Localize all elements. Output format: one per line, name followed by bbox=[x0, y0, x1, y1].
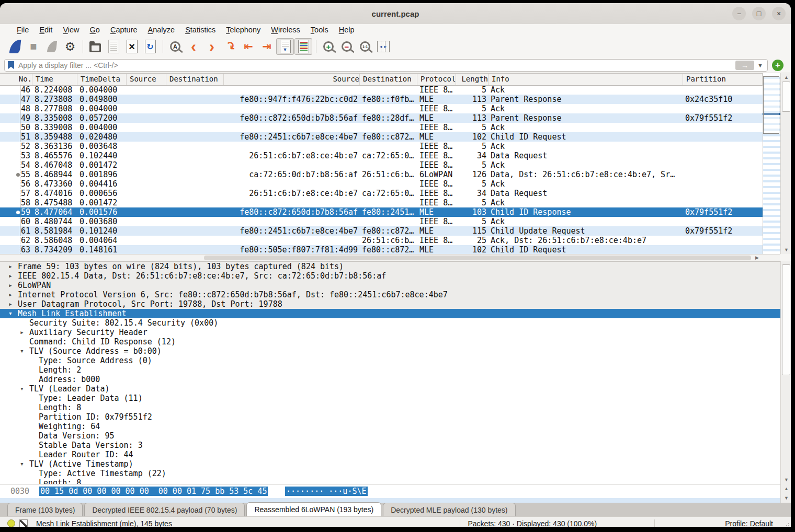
filter-bookmark-icon[interactable] bbox=[8, 61, 14, 70]
collapse-icon[interactable]: ▾ bbox=[20, 459, 24, 469]
packet-list-header[interactable]: No.TimeTimeDeltaSourceDestinationSourceD… bbox=[0, 74, 763, 86]
detail-row[interactable]: Security Suite: 802.15.4 Security (0x00) bbox=[0, 318, 780, 328]
detail-row[interactable]: ▸6LoWPAN bbox=[0, 281, 780, 290]
capture-comment-icon[interactable] bbox=[19, 519, 28, 527]
zoom-out-icon[interactable] bbox=[338, 38, 356, 55]
zoom-in-icon[interactable] bbox=[320, 38, 337, 55]
scroll-up-icon[interactable]: ▲ bbox=[781, 75, 791, 80]
packet-row-56[interactable]: 568.4733600.004416IEEE 8…5Ack bbox=[0, 179, 763, 189]
collapse-icon[interactable]: ▾ bbox=[8, 309, 13, 318]
go-back-icon[interactable]: ‹ bbox=[185, 38, 202, 55]
last-packet-icon[interactable]: ⇥ bbox=[258, 38, 276, 55]
expand-icon[interactable]: ▸ bbox=[8, 290, 13, 299]
column-header-no[interactable]: No. bbox=[0, 74, 32, 85]
minimap-view-thumb[interactable] bbox=[763, 76, 779, 134]
detail-row[interactable]: Address: b000 bbox=[0, 375, 780, 384]
detail-row[interactable]: Length: 2 bbox=[0, 365, 780, 375]
packet-row-57[interactable]: 578.4740160.00065626:51:c6:b7:e8:ce:4b:e… bbox=[0, 189, 763, 198]
hscroll-thumb[interactable] bbox=[204, 256, 751, 260]
close-file-icon[interactable] bbox=[123, 38, 141, 55]
status-profile[interactable]: Profile: Default bbox=[725, 519, 773, 527]
menu-view[interactable]: View bbox=[58, 26, 84, 34]
save-file-icon[interactable] bbox=[105, 38, 122, 55]
detail-row[interactable]: Type: Source Address (0) bbox=[0, 356, 780, 365]
packet-list-hscrollbar[interactable]: ▶ bbox=[0, 254, 780, 261]
menu-telephony[interactable]: Telephony bbox=[221, 26, 266, 34]
detail-row[interactable]: ▸IEEE 802.15.4 Data, Dst: 26:51:c6:b7:e8… bbox=[0, 271, 780, 281]
minimize-button[interactable]: − bbox=[732, 7, 746, 20]
expand-icon[interactable]: ▸ bbox=[8, 262, 13, 271]
capture-options-icon[interactable]: ⚙ bbox=[61, 38, 79, 55]
packet-scroll-thumb[interactable] bbox=[782, 82, 790, 112]
menu-capture[interactable]: Capture bbox=[105, 26, 143, 34]
display-filter-input[interactable]: Apply a display filter ... <Ctrl-/> → ▼ bbox=[4, 59, 768, 72]
byte-source-tab[interactable]: Reassembled 6LoWPAN (193 bytes) bbox=[246, 502, 381, 516]
packet-row-60[interactable]: 608.4807440.003680IEEE 8…5Ack bbox=[0, 217, 763, 226]
expand-icon[interactable]: ▸ bbox=[8, 281, 13, 290]
packet-row-48[interactable]: 488.2778080.004000IEEE 8…5Ack bbox=[0, 104, 763, 113]
detail-row[interactable]: ▾Mesh Link Establishment bbox=[0, 309, 780, 318]
resize-columns-icon[interactable] bbox=[374, 38, 392, 55]
packet-row-46[interactable]: 468.2240080.004000IEEE 8…5Ack bbox=[0, 85, 763, 95]
packet-row-51[interactable]: 518.3594880.020480fe80::2451:c6b7:e8ce:4… bbox=[0, 132, 763, 142]
find-packet-icon[interactable] bbox=[166, 38, 184, 55]
column-header-info[interactable]: Info bbox=[489, 74, 683, 85]
detail-row[interactable]: Leader Router ID: 44 bbox=[0, 450, 780, 459]
detail-row[interactable]: Length: 8 bbox=[0, 403, 780, 412]
packet-row-54[interactable]: 548.4670480.001472IEEE 8…5Ack bbox=[0, 160, 763, 170]
detail-row[interactable]: Type: Active Timestamp (22) bbox=[0, 469, 780, 478]
packet-list-scrollbar[interactable]: ▲ ▼ bbox=[780, 73, 791, 254]
detail-row[interactable]: ▸Frame 59: 103 bytes on wire (824 bits),… bbox=[0, 262, 780, 271]
column-header-destination[interactable]: Destination bbox=[166, 74, 224, 85]
open-file-icon[interactable] bbox=[86, 38, 104, 55]
filter-dropdown-caret[interactable]: ▼ bbox=[757, 62, 763, 68]
go-forward-icon[interactable]: › bbox=[203, 38, 221, 55]
menu-tools[interactable]: Tools bbox=[305, 26, 334, 34]
scroll-right-icon[interactable]: ▶ bbox=[755, 255, 759, 260]
scroll-up-icon[interactable]: ▲ bbox=[781, 486, 791, 491]
expand-icon[interactable]: ▸ bbox=[8, 299, 13, 309]
detail-row[interactable]: ▾TLV (Leader Data) bbox=[0, 384, 780, 394]
byte-source-tab[interactable]: Decrypted MLE payload (130 bytes) bbox=[383, 503, 515, 516]
scroll-down-icon[interactable]: ▼ bbox=[781, 477, 791, 482]
detail-row[interactable]: Weighting: 64 bbox=[0, 422, 780, 431]
packet-row-62[interactable]: 628.5860480.00406426:51:c6:b…IEEE 8…25Ac… bbox=[0, 236, 763, 245]
packet-row-63[interactable]: 638.7342090.148161fe80::505e:f807:7f81:4… bbox=[0, 245, 763, 255]
packet-row-50[interactable]: 508.3390080.004000IEEE 8…5Ack bbox=[0, 123, 763, 132]
colorize-icon[interactable] bbox=[294, 38, 312, 55]
collapse-icon[interactable]: ▾ bbox=[20, 384, 24, 394]
start-capture-icon[interactable] bbox=[6, 38, 24, 55]
auto-scroll-icon[interactable] bbox=[276, 38, 294, 55]
details-scroll-thumb[interactable] bbox=[782, 264, 790, 375]
column-header-timedelta[interactable]: TimeDelta bbox=[77, 74, 127, 85]
column-header-destination[interactable]: Destination bbox=[360, 74, 417, 85]
packet-row-47[interactable]: 478.2738080.049800fe80::947f:f476:22bc:c… bbox=[0, 95, 763, 104]
scroll-down-icon[interactable]: ▼ bbox=[781, 247, 791, 252]
titlebar[interactable]: current.pcap − □ × bbox=[0, 3, 791, 25]
detail-row[interactable]: ▾TLV (Active Timestamp) bbox=[0, 459, 780, 469]
apply-filter-button[interactable]: → bbox=[735, 61, 754, 70]
byte-source-tab[interactable]: Frame (103 bytes) bbox=[7, 503, 83, 516]
column-header-time[interactable]: Time bbox=[32, 74, 77, 85]
detail-row[interactable]: Data Version: 95 bbox=[0, 431, 780, 441]
menu-statistics[interactable]: Statistics bbox=[180, 26, 221, 34]
byte-view-scrollbar[interactable]: ▲ ▼ bbox=[780, 484, 791, 503]
restart-capture-icon[interactable] bbox=[43, 38, 61, 55]
menu-edit[interactable]: Edit bbox=[34, 26, 58, 34]
first-packet-icon[interactable]: ⇤ bbox=[240, 38, 257, 55]
expert-info-icon[interactable] bbox=[7, 519, 15, 527]
hex-ascii-selected[interactable]: ········ ···u·S\E bbox=[285, 487, 368, 496]
detail-row[interactable]: Partition ID: 0x79f551f2 bbox=[0, 412, 780, 422]
column-header-partition[interactable]: Partition bbox=[683, 74, 763, 85]
packet-row-53[interactable]: 538.4655760.10244026:51:c6:b7:e8:ce:4b:e… bbox=[0, 151, 763, 160]
column-header-source[interactable]: Source bbox=[127, 74, 166, 85]
reload-file-icon[interactable] bbox=[141, 38, 159, 55]
column-header-source[interactable]: Source bbox=[224, 74, 360, 85]
add-filter-button[interactable]: + bbox=[772, 60, 783, 71]
menu-go[interactable]: Go bbox=[85, 26, 105, 34]
packet-row-55[interactable]: 558.4689440.001896ca:72:65:0d:b7:b8:56:a… bbox=[0, 170, 763, 179]
zoom-100-icon[interactable] bbox=[356, 38, 374, 55]
byte-source-tab[interactable]: Decrypted IEEE 802.15.4 payload (70 byte… bbox=[84, 503, 245, 516]
packet-row-52[interactable]: 528.3631360.003648IEEE 8…5Ack bbox=[0, 142, 763, 151]
column-header-length[interactable]: Length bbox=[456, 74, 489, 85]
